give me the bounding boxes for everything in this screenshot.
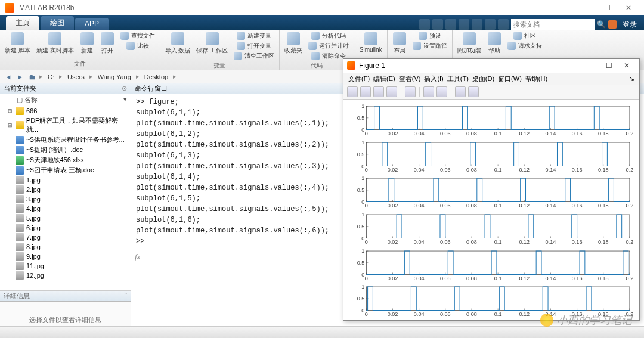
help-button[interactable]: 帮助	[485, 31, 504, 56]
simulink-button[interactable]: Simulink	[357, 31, 385, 54]
addons-button[interactable]: 附加功能	[455, 31, 484, 56]
tab-home[interactable]: 主页	[6, 16, 39, 30]
tool-edit-plot-icon[interactable]	[455, 86, 466, 97]
menu-insert[interactable]: 插入(I)	[424, 75, 443, 83]
file-item[interactable]: ⊞PDF解密工具，如果不需要解密就...	[0, 116, 131, 135]
file-item[interactable]: 11.jpg	[0, 261, 131, 271]
fig-close-button[interactable]: ✕	[618, 61, 636, 70]
qat-paste-icon[interactable]	[459, 19, 469, 30]
new-script-button[interactable]: 新建 脚本	[2, 31, 33, 56]
support-button[interactable]: 请求支持	[505, 41, 544, 51]
community-button[interactable]: 社区	[505, 31, 544, 41]
details-collapse-icon[interactable]: ˇ	[125, 293, 127, 300]
file-item[interactable]: ⊞666	[0, 106, 131, 116]
file-item[interactable]: 7.jpg	[0, 232, 131, 242]
maximize-button[interactable]: ☐	[596, 2, 618, 14]
figure-window[interactable]: Figure 1 — ☐ ✕ 文件(F) 编辑(E) 查看(V) 插入(I) 工…	[343, 58, 640, 321]
qat-copy-icon[interactable]	[445, 19, 456, 30]
subplot-3[interactable]: 00.5100.020.040.060.080.10.120.140.160.1…	[349, 175, 633, 210]
layout-button[interactable]: 布局	[390, 31, 409, 56]
menu-tools[interactable]: 工具(T)	[447, 75, 469, 83]
tool-print-icon[interactable]	[386, 86, 397, 97]
name-column-header[interactable]: ▢ 名称 ▾	[0, 94, 131, 106]
file-item[interactable]: 8.jpg	[0, 242, 131, 252]
file-item[interactable]: 9.jpg	[0, 252, 131, 261]
file-item[interactable]: 2.jpg	[0, 185, 131, 194]
compare-button[interactable]: 比较	[118, 41, 157, 51]
file-item[interactable]: 5.jpg	[0, 213, 131, 223]
file-item[interactable]: 6.jpg	[0, 223, 131, 232]
qat-redo-icon[interactable]	[485, 19, 496, 30]
clear-workspace-button[interactable]: 清空工作区	[231, 51, 277, 61]
figure-titlebar[interactable]: Figure 1 — ☐ ✕	[343, 59, 639, 73]
menu-desktop[interactable]: 桌面(D)	[472, 75, 494, 83]
new-variable-button[interactable]: 新建变量	[231, 31, 277, 41]
file-item[interactable]: 3.jpg	[0, 194, 131, 204]
open-variable-button[interactable]: 打开变量	[231, 41, 277, 51]
file-name: 2.jpg	[26, 186, 41, 193]
tool-open-icon[interactable]	[360, 86, 371, 97]
menu-chevron-icon[interactable]: ↘	[629, 75, 634, 83]
menu-view[interactable]: 查看(V)	[399, 75, 421, 83]
crumb-users[interactable]: Users	[65, 73, 87, 80]
pane-options-icon[interactable]: ⊙	[122, 85, 127, 92]
file-list[interactable]: ▢ 名称 ▾ ⊞666⊞PDF解密工具，如果不需要解密就...~$供电系统课程设…	[0, 94, 131, 290]
file-item[interactable]: 12.jpg	[0, 271, 131, 280]
favorites-button[interactable]: 收藏夹	[282, 31, 305, 56]
expand-icon[interactable]: ⊞	[7, 122, 13, 128]
qat-cut-icon[interactable]	[432, 19, 443, 30]
crumb-c[interactable]: C:	[45, 73, 57, 80]
tool-open-property-icon[interactable]	[468, 86, 479, 97]
crumb-desktop[interactable]: Desktop	[142, 73, 171, 80]
fx-prompt-icon[interactable]: fx	[135, 252, 140, 262]
open-button[interactable]: 打开	[98, 31, 117, 56]
menu-edit[interactable]: 编辑(E)	[373, 75, 395, 83]
tool-insert-colorbar-icon[interactable]	[423, 86, 434, 97]
tool-save-icon[interactable]	[373, 86, 384, 97]
menu-help[interactable]: 帮助(H)	[525, 75, 547, 83]
analyze-code-button[interactable]: 分析代码	[306, 31, 351, 41]
subplot-1[interactable]: 00.5100.020.040.060.080.10.120.140.160.1…	[349, 103, 633, 138]
prefs-button[interactable]: 预设	[410, 31, 450, 41]
new-button[interactable]: 新建	[78, 31, 97, 56]
search-input[interactable]	[511, 19, 595, 30]
login-button[interactable]: 登录	[619, 20, 640, 30]
expand-icon[interactable]: ⊞	[7, 108, 13, 114]
file-item[interactable]: ~$天津地铁456.xlsx	[0, 155, 131, 165]
fig-minimize-button[interactable]: —	[582, 61, 600, 70]
qat-save-icon[interactable]	[419, 19, 430, 30]
qat-help-icon[interactable]	[498, 19, 509, 30]
search-icon[interactable]: 🔍	[597, 20, 606, 29]
group-file: 新建 脚本 新建 实时脚本 新建 打开 查找文件 比较 文件	[0, 30, 160, 70]
tool-new-icon[interactable]	[347, 86, 358, 97]
import-data-button[interactable]: 导入 数据	[163, 31, 193, 56]
minimize-button[interactable]: —	[575, 2, 596, 14]
nav-forward-button[interactable]: ►	[16, 72, 25, 82]
close-button[interactable]: ✕	[618, 2, 639, 14]
crumb-wang[interactable]: Wang Yang	[95, 73, 134, 80]
setpath-button[interactable]: 设置路径	[410, 41, 450, 51]
find-files-button[interactable]: 查找文件	[118, 31, 157, 41]
file-item[interactable]: 1.jpg	[0, 175, 131, 185]
new-live-script-button[interactable]: 新建 实时脚本	[34, 31, 76, 56]
tab-plots[interactable]: 绘图	[41, 16, 74, 30]
tool-insert-legend-icon[interactable]	[436, 86, 447, 97]
file-item[interactable]: ~$团干申请表 王杨.doc	[0, 165, 131, 175]
subplot-2[interactable]: 00.5100.020.040.060.080.10.120.140.160.1…	[349, 139, 633, 175]
file-item[interactable]: ~$供电系统课程设计任务书参考...	[0, 135, 131, 145]
figure-axes-area[interactable]: 00.5100.020.040.060.080.10.120.140.160.1…	[343, 100, 639, 320]
file-item[interactable]: ~$提纲 (培训）.doc	[0, 145, 131, 155]
file-item[interactable]: 4.jpg	[0, 204, 131, 213]
folder-icon[interactable]: 🖿	[27, 72, 37, 82]
fig-maximize-button[interactable]: ☐	[600, 61, 618, 70]
run-timer-button[interactable]: 运行并计时	[306, 41, 351, 51]
nav-back-button[interactable]: ◄	[4, 72, 13, 82]
tool-link-icon[interactable]	[405, 86, 416, 97]
tab-apps[interactable]: APP	[75, 18, 109, 30]
subplot-5[interactable]: 00.5100.020.040.060.080.10.120.140.160.1…	[349, 248, 633, 283]
menu-file[interactable]: 文件(F)	[348, 75, 370, 83]
subplot-4[interactable]: 00.5100.020.040.060.080.10.120.140.160.1…	[349, 212, 633, 247]
save-workspace-button[interactable]: 保存 工作区	[194, 31, 230, 56]
menu-window[interactable]: 窗口(W)	[498, 75, 522, 83]
qat-undo-icon[interactable]	[472, 19, 482, 30]
